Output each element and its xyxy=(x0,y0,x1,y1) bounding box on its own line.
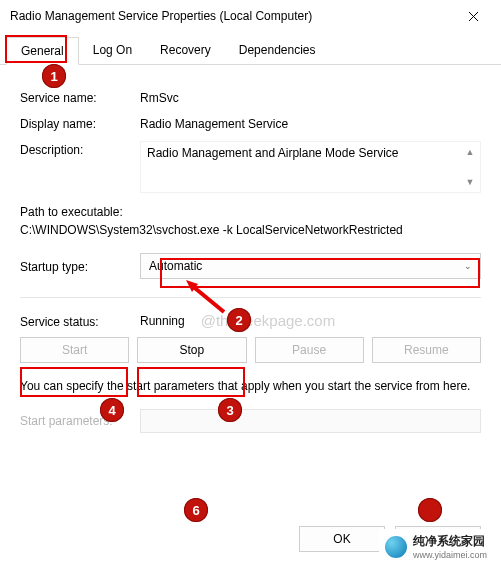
start-parameters-input xyxy=(140,409,481,433)
stop-button[interactable]: Stop xyxy=(137,337,246,363)
label-service-status: Service status: xyxy=(20,313,140,329)
value-path: C:\WINDOWS\System32\svchost.exe -k Local… xyxy=(20,221,481,239)
value-startup-type: Automatic xyxy=(149,259,202,273)
scroll-down-icon[interactable]: ▼ xyxy=(462,174,478,190)
label-display-name: Display name: xyxy=(20,115,140,131)
value-service-status: Running xyxy=(140,314,185,328)
annotation-badge-5 xyxy=(418,498,442,522)
pause-button: Pause xyxy=(255,337,364,363)
watermark-text: @thegeekpage.com xyxy=(201,312,335,329)
watermark-logo-icon xyxy=(385,536,407,558)
ok-button[interactable]: OK xyxy=(299,526,385,552)
watermark-title: 纯净系统家园 xyxy=(413,533,487,550)
value-service-name: RmSvc xyxy=(140,89,481,105)
value-display-name: Radio Management Service xyxy=(140,115,481,131)
tab-dependencies[interactable]: Dependencies xyxy=(225,37,330,65)
separator xyxy=(20,297,481,298)
tab-general[interactable]: General xyxy=(6,37,79,65)
label-start-parameters: Start parameters: xyxy=(20,414,140,428)
start-button: Start xyxy=(20,337,129,363)
annotation-badge-6: 6 xyxy=(184,498,208,522)
note-text: You can specify the start parameters tha… xyxy=(20,377,481,395)
window-title: Radio Management Service Properties (Loc… xyxy=(10,9,453,23)
label-description: Description: xyxy=(20,141,140,157)
label-startup-type: Startup type: xyxy=(20,258,140,274)
chevron-down-icon: ⌄ xyxy=(464,261,472,271)
startup-type-select[interactable]: Automatic ⌄ xyxy=(140,253,481,279)
tab-logon[interactable]: Log On xyxy=(79,37,146,65)
scroll-up-icon[interactable]: ▲ xyxy=(462,144,478,160)
tab-recovery[interactable]: Recovery xyxy=(146,37,225,65)
label-service-name: Service name: xyxy=(20,89,140,105)
watermark-url: www.yidaimei.com xyxy=(413,550,487,560)
bottom-watermark: 纯净系统家园 www.yidaimei.com xyxy=(379,529,493,564)
tab-bar: General Log On Recovery Dependencies xyxy=(0,36,501,65)
resume-button: Resume xyxy=(372,337,481,363)
value-description: Radio Management and Airplane Mode Servi… xyxy=(147,146,398,160)
label-path: Path to executable: xyxy=(20,203,481,221)
close-icon[interactable] xyxy=(453,2,493,30)
description-box: Radio Management and Airplane Mode Servi… xyxy=(140,141,481,193)
